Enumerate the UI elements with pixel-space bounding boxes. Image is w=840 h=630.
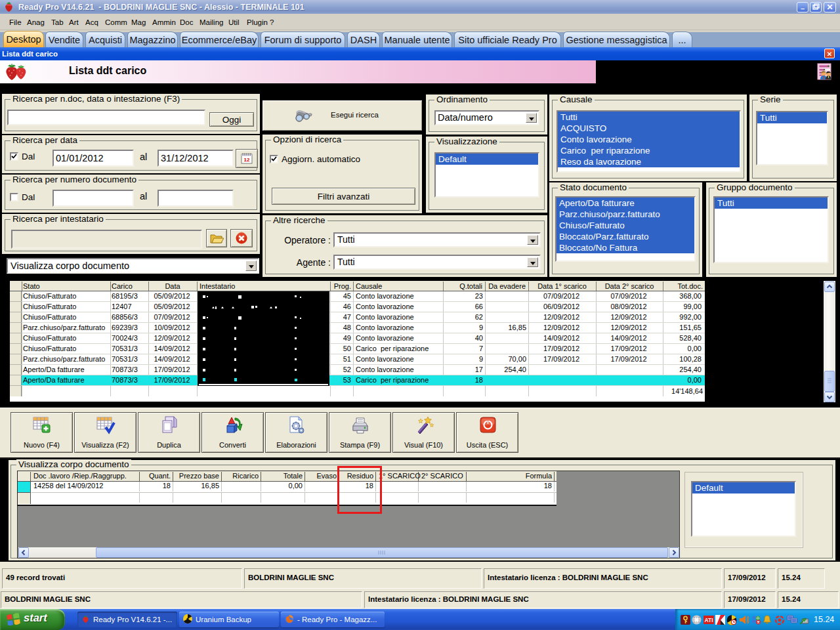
svg-text:ATI: ATI <box>704 617 713 623</box>
svg-text:12: 12 <box>244 157 250 163</box>
